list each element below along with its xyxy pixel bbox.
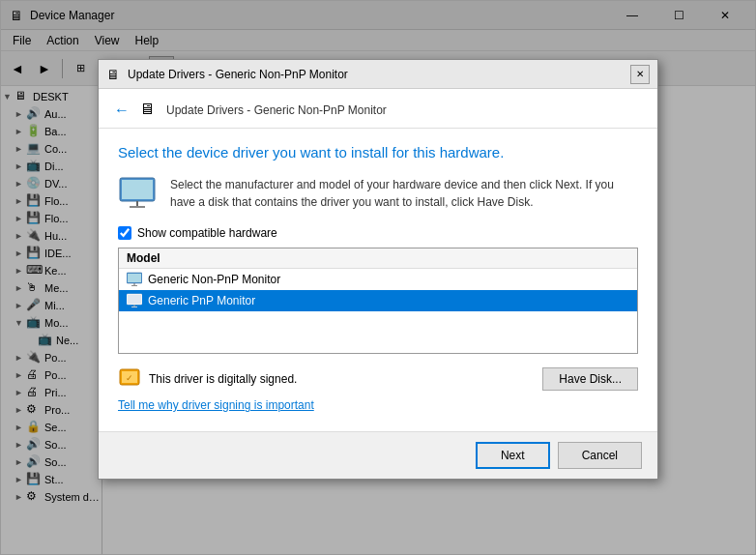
compatible-hardware-row: Show compatible hardware bbox=[118, 226, 638, 240]
monitor-icon bbox=[118, 176, 157, 210]
dialog-header-device-icon: 🖥 bbox=[139, 101, 159, 120]
model-item-label: Generic PnP Monitor bbox=[148, 294, 255, 307]
dialog-footer: Next Cancel bbox=[99, 431, 657, 479]
dialog-description-text: Select the manufacturer and model of you… bbox=[170, 176, 638, 211]
model-list-item[interactable]: Generic Non-PnP Monitor bbox=[119, 269, 637, 290]
modal-overlay: 🖥 Update Drivers - Generic Non-PnP Monit… bbox=[1, 1, 755, 554]
dialog-description-row: Select the manufacturer and model of you… bbox=[118, 176, 638, 211]
dialog-close-button[interactable]: ✕ bbox=[630, 65, 650, 84]
model-item-icon bbox=[127, 272, 142, 287]
driver-signing-link[interactable]: Tell me why driver signing is important bbox=[118, 398, 638, 412]
svg-rect-7 bbox=[131, 285, 137, 286]
signed-text: This driver is digitally signed. bbox=[149, 372, 535, 386]
model-list-header: Model bbox=[119, 248, 637, 269]
have-disk-button[interactable]: Have Disk... bbox=[542, 367, 638, 391]
svg-rect-5 bbox=[128, 274, 141, 282]
show-compatible-checkbox[interactable] bbox=[118, 226, 131, 240]
dialog-title-text: Update Drivers - Generic Non-PnP Monitor bbox=[128, 68, 630, 81]
back-arrow-icon[interactable]: ← bbox=[114, 102, 130, 119]
svg-rect-3 bbox=[130, 206, 145, 208]
cancel-button[interactable]: Cancel bbox=[558, 442, 642, 469]
signed-icon: ✓ bbox=[118, 367, 141, 391]
dialog-header-title: Update Drivers - Generic Non-PnP Monitor bbox=[166, 103, 387, 117]
show-compatible-label[interactable]: Show compatible hardware bbox=[137, 226, 277, 240]
model-list-item[interactable]: Generic PnP Monitor bbox=[119, 290, 637, 311]
update-drivers-dialog: 🖥 Update Drivers - Generic Non-PnP Monit… bbox=[98, 59, 658, 480]
model-item-label: Generic Non-PnP Monitor bbox=[148, 273, 280, 286]
model-item-icon bbox=[127, 293, 142, 308]
svg-rect-11 bbox=[131, 307, 137, 307]
dialog-header: ← 🖥 Update Drivers - Generic Non-PnP Mon… bbox=[99, 89, 657, 129]
svg-rect-9 bbox=[128, 295, 141, 304]
digitally-signed-row: ✓ This driver is digitally signed. Have … bbox=[118, 367, 638, 391]
dialog-body: Select the device driver you want to ins… bbox=[99, 129, 657, 431]
main-window: 🖥 Device Manager — ☐ ✕ File Action View … bbox=[0, 0, 756, 555]
svg-rect-1 bbox=[122, 180, 153, 199]
dialog-title-bar: 🖥 Update Drivers - Generic Non-PnP Monit… bbox=[99, 60, 657, 89]
dialog-main-title: Select the device driver you want to ins… bbox=[118, 144, 638, 161]
dialog-title-icon: 🖥 bbox=[106, 67, 122, 82]
svg-text:✓: ✓ bbox=[126, 373, 133, 383]
next-button[interactable]: Next bbox=[476, 442, 550, 469]
model-listbox: Model Generic Non-PnP Monitor bbox=[118, 248, 638, 354]
